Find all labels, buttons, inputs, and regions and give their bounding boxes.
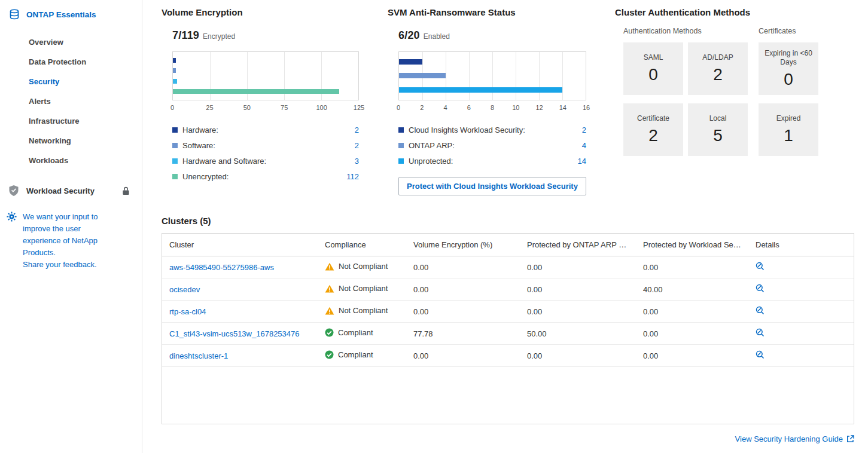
x-tick: 50 <box>243 104 251 111</box>
x-tick: 75 <box>281 104 288 111</box>
table-row: ocisedev Not Compliant 0.00 0.00 40.00 <box>162 278 854 301</box>
svm-arp-x-axis: 0 2 4 6 8 10 12 14 16 <box>398 103 586 114</box>
legend-item-cloud-insights-workload-security: Cloud Insights Workload Security: 2 <box>398 122 586 137</box>
tile-value: 1 <box>784 126 793 145</box>
tile-label: Local <box>709 114 727 123</box>
feedback-text: We want your input to improve the user e… <box>23 212 98 257</box>
workload-security-value: 0.00 <box>636 256 748 278</box>
legend-chip <box>398 143 404 148</box>
x-tick: 25 <box>206 104 213 111</box>
legend-item-software: Software: 2 <box>172 137 359 153</box>
sidebar-item-data-protection[interactable]: Data Protection <box>0 52 142 72</box>
authentication-methods-label: Authentication Methods <box>623 27 748 35</box>
workload-security-label: Workload Security <box>26 186 95 195</box>
volume-encryption-legend: Hardware: 2 Software: 2 Hardware and Sof… <box>172 122 359 184</box>
svm-arp-chart <box>398 51 586 100</box>
cluster-authentication-panel: Cluster Authentication Methods Authentic… <box>615 7 854 156</box>
legend-value-link[interactable]: 112 <box>346 172 359 181</box>
compliance-label: Compliant <box>338 350 373 359</box>
legend-item-hardware-and-software: Hardware and Software: 3 <box>172 153 359 169</box>
legend-chip <box>398 127 404 133</box>
volume-encryption-value: 0.00 <box>406 256 520 278</box>
column-header-details: Details <box>748 234 854 256</box>
x-tick: 0 <box>170 104 174 111</box>
legend-value-link[interactable]: 2 <box>355 126 359 134</box>
legend-value-link[interactable]: 2 <box>355 141 359 150</box>
svm-arp-headline: 6/20 Enabled <box>398 29 586 42</box>
encrypted-count-label: Encrypted <box>203 32 235 41</box>
workload-security-value: 0.00 <box>636 301 748 323</box>
ontap-essentials-icon <box>8 8 20 20</box>
legend-item-unencrypted: Unencrypted: 112 <box>172 169 359 184</box>
certificates-group: Certificates Expiring in <60 Days 0 Expi… <box>759 27 818 156</box>
ontap-arp-value: 50.00 <box>520 323 636 345</box>
feedback-note: We want your input to improve the user e… <box>0 204 142 271</box>
table-row: rtp-sa-cl04 Not Compliant 0.00 0.00 0.00 <box>162 301 854 323</box>
cluster-link[interactable]: C1_sti43-vsim-ucs513w_1678253476 <box>169 329 300 338</box>
tile-certificate: Certificate 2 <box>623 103 683 156</box>
volume-encryption-value: 77.78 <box>406 323 520 345</box>
sidebar-item-security[interactable]: Security <box>0 72 142 91</box>
tile-local: Local 5 <box>688 103 748 156</box>
workload-security-value: 0.00 <box>636 345 748 367</box>
cluster-link[interactable]: aws-54985490-55275986-aws <box>169 263 274 272</box>
x-tick: 14 <box>559 104 567 111</box>
legend-item-unprotected: Unprotected: 14 <box>398 153 586 169</box>
details-zoom-icon[interactable] <box>756 262 765 271</box>
column-header-workload-security: Protected by Workload Sec... <box>636 234 748 256</box>
warning-icon <box>325 262 334 271</box>
share-feedback-link[interactable]: Share your feedback. <box>23 259 106 271</box>
bar-unencrypted <box>173 89 339 94</box>
legend-label: Cloud Insights Workload Security: <box>409 126 525 134</box>
cluster-link[interactable]: rtp-sa-cl04 <box>169 307 206 316</box>
encrypted-count: 7/119 <box>172 29 199 42</box>
cluster-link[interactable]: dineshtscluster-1 <box>169 351 228 360</box>
legend-value-link[interactable]: 3 <box>355 157 359 166</box>
security-hardening-guide-link[interactable]: View Security Hardening Guide <box>735 434 854 443</box>
sidebar-item-networking[interactable]: Networking <box>0 131 142 151</box>
legend-value-link[interactable]: 2 <box>582 126 586 134</box>
legend-label: Hardware and Software: <box>182 157 266 166</box>
details-zoom-icon[interactable] <box>756 284 765 293</box>
cluster-link[interactable]: ocisedev <box>169 285 200 294</box>
tile-value: 0 <box>784 70 793 89</box>
enabled-count-label: Enabled <box>424 32 450 41</box>
compliant-icon <box>325 328 334 337</box>
warning-icon <box>325 284 334 293</box>
legend-value-link[interactable]: 14 <box>578 157 586 166</box>
volume-encryption-value: 0.00 <box>406 345 520 367</box>
bar-hardware-and-software <box>173 79 177 84</box>
sidebar-item-workload-security[interactable]: Workload Security <box>0 177 142 204</box>
ontap-arp-value: 0.00 <box>520 345 636 367</box>
bar-ontap-arp <box>399 73 446 78</box>
x-tick: 10 <box>512 104 519 111</box>
sidebar-item-workloads[interactable]: Workloads <box>0 151 142 170</box>
details-zoom-icon[interactable] <box>756 306 765 315</box>
legend-value-link[interactable]: 4 <box>582 141 586 150</box>
sidebar: ONTAP Essentials Overview Data Protectio… <box>0 0 142 453</box>
volume-encryption-chart <box>172 51 359 100</box>
svm-anti-ransomware-title: SVM Anti-Ransomware Status <box>388 7 586 17</box>
details-zoom-icon[interactable] <box>756 328 765 337</box>
table-row: C1_sti43-vsim-ucs513w_1678253476 Complia… <box>162 323 854 345</box>
volume-encryption-value: 0.00 <box>406 301 520 323</box>
details-zoom-icon[interactable] <box>756 350 765 359</box>
tile-label: Expired <box>776 114 801 123</box>
sidebar-item-alerts[interactable]: Alerts <box>0 91 142 111</box>
protect-with-workload-security-button[interactable]: Protect with Cloud Insights Workload Sec… <box>398 177 586 195</box>
x-tick: 6 <box>467 104 471 111</box>
sidebar-brand[interactable]: ONTAP Essentials <box>0 6 142 23</box>
sidebar-item-overview[interactable]: Overview <box>0 32 142 52</box>
tile-label: Expiring in <60 Days <box>761 49 816 67</box>
tile-label: Certificate <box>637 114 669 123</box>
svm-anti-ransomware-panel: SVM Anti-Ransomware Status 6/20 Enabled <box>388 7 586 195</box>
main-content: Volume Encryption 7/119 Encrypted <box>142 0 868 453</box>
ontap-arp-value: 0.00 <box>520 301 636 323</box>
x-tick: 100 <box>316 104 327 111</box>
x-tick: 12 <box>535 104 543 111</box>
x-tick: 125 <box>354 104 364 111</box>
sidebar-nav: Overview Data Protection Security Alerts… <box>0 32 142 170</box>
sidebar-item-infrastructure[interactable]: Infrastructure <box>0 111 142 131</box>
clusters-section: Clusters (5) Cluster Compliance Volume E… <box>162 216 854 424</box>
volume-encryption-x-axis: 0 25 50 75 100 125 <box>172 103 359 114</box>
